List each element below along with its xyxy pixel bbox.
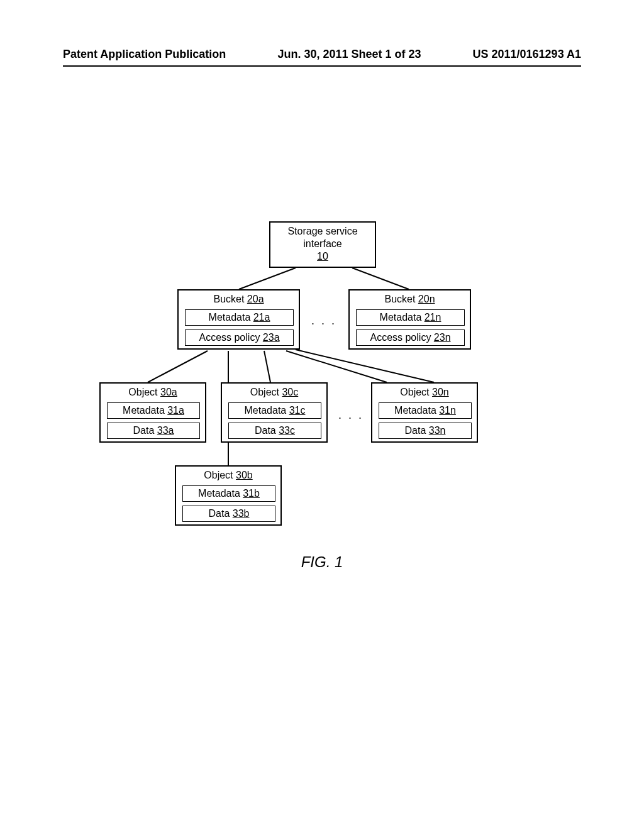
ellipsis-buckets: . . . — [311, 314, 336, 328]
object-30a-box: Object 30a Metadata 31a Data 33a — [99, 382, 206, 443]
object-30a-title-ref: 30a — [160, 387, 177, 397]
object-30n-metadata: Metadata 31n — [379, 402, 472, 419]
object-30n-title: Object 30n — [372, 386, 477, 399]
object-30c-data-ref: 33c — [279, 425, 295, 436]
object-30c-metadata: Metadata 31c — [228, 402, 321, 419]
header-right: US 2011/0161293 A1 — [473, 48, 581, 61]
bucket-20a-title: Bucket 20a — [179, 293, 299, 306]
header-left: Patent Application Publication — [63, 48, 226, 61]
bucket-20a-ap-ref: 23a — [263, 332, 280, 343]
object-30b-data-ref: 33b — [233, 508, 250, 519]
object-30n-data: Data 33n — [379, 423, 472, 439]
svg-line-1 — [352, 268, 409, 289]
svg-line-6 — [296, 350, 434, 382]
ellipsis-objects: . . . — [338, 409, 364, 422]
interface-title-line1: Storage service — [270, 225, 375, 238]
object-30c-title-ref: 30c — [282, 387, 298, 397]
bucket-20n-ap-ref: 23n — [434, 332, 451, 343]
bucket-20a-metadata: Metadata 21a — [185, 309, 294, 326]
object-30a-meta-prefix: Metadata — [123, 405, 167, 416]
bucket-20n-metadata: Metadata 21n — [356, 309, 465, 326]
object-30a-metadata: Metadata 31a — [107, 402, 200, 419]
object-30b-box: Object 30b Metadata 31b Data 33b — [175, 465, 282, 526]
object-30n-title-prefix: Object — [400, 387, 432, 397]
bucket-20n-ap-prefix: Access policy — [370, 332, 433, 343]
interface-title-line2: interface — [270, 238, 375, 250]
object-30a-title-prefix: Object — [128, 387, 160, 397]
object-30n-meta-prefix: Metadata — [394, 405, 439, 416]
bucket-20n-box: Bucket 20n Metadata 21n Access policy 23… — [348, 289, 471, 350]
header-mid: Jun. 30, 2011 Sheet 1 of 23 — [277, 48, 421, 61]
object-30b-data: Data 33b — [182, 506, 275, 522]
object-30n-meta-ref: 31n — [439, 405, 456, 416]
object-30c-data: Data 33c — [228, 423, 321, 439]
page-header: Patent Application Publication Jun. 30, … — [63, 48, 581, 61]
object-30b-meta-ref: 31b — [243, 488, 260, 499]
object-30b-title-ref: 30b — [236, 470, 253, 480]
bucket-20n-title: Bucket 20n — [350, 293, 470, 306]
object-30b-metadata: Metadata 31b — [182, 485, 275, 502]
bucket-20a-title-ref: 20a — [247, 294, 264, 304]
object-30c-box: Object 30c Metadata 31c Data 33c — [221, 382, 328, 443]
svg-line-4 — [264, 351, 270, 382]
object-30a-data-prefix: Data — [133, 425, 157, 436]
object-30n-data-ref: 33n — [429, 425, 446, 436]
object-30b-title: Object 30b — [176, 469, 280, 482]
object-30a-meta-ref: 31a — [167, 405, 184, 416]
bucket-20a-meta-prefix: Metadata — [209, 312, 253, 323]
object-30b-title-prefix: Object — [204, 470, 236, 480]
object-30a-title: Object 30a — [101, 386, 205, 399]
bucket-20a-access-policy: Access policy 23a — [185, 329, 294, 346]
storage-service-interface-box: Storage service interface 10 — [269, 221, 376, 268]
svg-line-0 — [239, 268, 296, 289]
object-30a-data-ref: 33a — [157, 425, 174, 436]
object-30b-meta-prefix: Metadata — [198, 488, 243, 499]
page: Patent Application Publication Jun. 30, … — [0, 0, 644, 830]
bucket-20n-meta-ref: 21n — [425, 312, 441, 323]
bucket-20a-box: Bucket 20a Metadata 21a Access policy 23… — [177, 289, 300, 350]
object-30b-data-prefix: Data — [209, 508, 233, 519]
object-30n-title-ref: 30n — [432, 387, 449, 397]
interface-ref: 10 — [317, 250, 328, 263]
bucket-20a-title-prefix: Bucket — [213, 294, 247, 304]
object-30a-data: Data 33a — [107, 423, 200, 439]
svg-line-3 — [286, 351, 387, 382]
bucket-20n-title-prefix: Bucket — [384, 294, 418, 304]
object-30c-meta-ref: 31c — [289, 405, 306, 416]
object-30c-title-prefix: Object — [250, 387, 282, 397]
bucket-20n-meta-prefix: Metadata — [380, 312, 425, 323]
bucket-20a-ap-prefix: Access policy — [199, 332, 262, 343]
bucket-20a-meta-ref: 21a — [253, 312, 270, 323]
object-30c-data-prefix: Data — [255, 425, 279, 436]
figure-caption: FIG. 1 — [0, 553, 644, 571]
header-rule — [63, 65, 581, 67]
object-30n-data-prefix: Data — [405, 425, 429, 436]
svg-line-2 — [148, 351, 208, 382]
bucket-20n-title-ref: 20n — [418, 294, 435, 304]
object-30n-box: Object 30n Metadata 31n Data 33n — [371, 382, 478, 443]
object-30c-title: Object 30c — [222, 386, 326, 399]
bucket-20n-access-policy: Access policy 23n — [356, 329, 465, 346]
object-30c-meta-prefix: Metadata — [245, 405, 289, 416]
